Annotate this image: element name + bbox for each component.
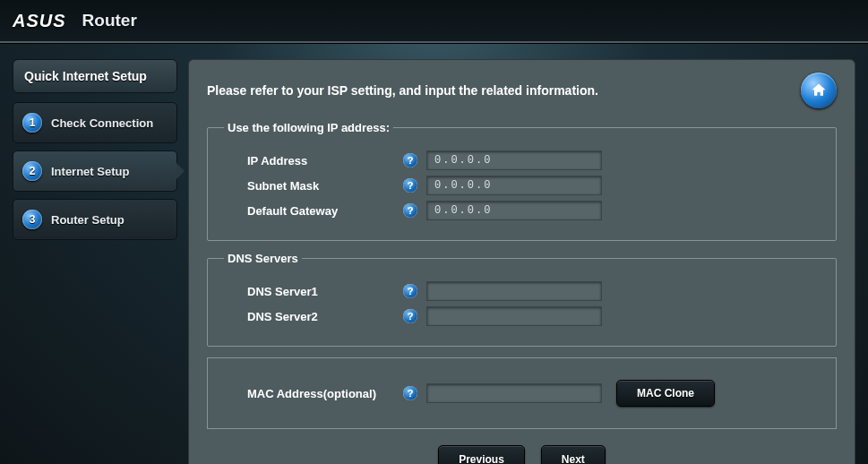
label-dns-server2: DNS Server2 [224, 310, 403, 323]
fieldset-ip-address: Use the following IP address: IP Address… [207, 121, 837, 241]
help-icon[interactable]: ? [403, 386, 417, 400]
panel-title: Please refer to your ISP setting, and in… [207, 83, 598, 98]
content-panel: Please refer to your ISP setting, and in… [188, 59, 855, 464]
help-icon[interactable]: ? [403, 309, 417, 323]
sidebar: Quick Internet Setup 1 Check Connection … [13, 59, 177, 464]
fieldset-dns-servers: DNS Servers DNS Server1 ? DNS Server2 ? [207, 252, 837, 347]
help-icon[interactable]: ? [403, 203, 417, 218]
label-dns-server1: DNS Server1 [224, 285, 403, 298]
mac-clone-button[interactable]: MAC Clone [616, 380, 715, 407]
input-mac-address[interactable] [426, 383, 602, 403]
label-default-gateway: Default Gateway [224, 204, 403, 218]
help-icon[interactable]: ? [403, 284, 417, 298]
help-icon[interactable]: ? [403, 178, 417, 193]
input-subnet-mask[interactable] [426, 176, 602, 195]
step-number-icon: 2 [22, 161, 42, 181]
input-ip-address[interactable] [426, 150, 602, 170]
input-dns-server2[interactable] [426, 306, 602, 326]
top-bar: ASUS Router [0, 0, 868, 41]
previous-button[interactable]: Previous [438, 445, 525, 464]
label-subnet-mask: Subnet Mask [224, 179, 403, 193]
home-button[interactable] [801, 73, 837, 108]
label-mac-address: MAC Address(optional) [224, 387, 403, 400]
input-default-gateway[interactable] [426, 201, 602, 220]
step-label: Internet Setup [51, 165, 129, 178]
fieldset-mac-address: MAC Address(optional) ? MAC Clone [207, 357, 837, 429]
brand-title: Router [82, 11, 137, 30]
fieldset-ip-legend: Use the following IP address: [224, 121, 393, 134]
input-dns-server1[interactable] [426, 281, 602, 301]
sidebar-step-check-connection[interactable]: 1 Check Connection [13, 102, 177, 143]
step-label: Router Setup [51, 213, 125, 227]
home-icon [810, 82, 828, 99]
step-label: Check Connection [51, 116, 153, 130]
brand-logo: ASUS [13, 11, 66, 31]
sidebar-header: Quick Internet Setup [13, 59, 177, 93]
fieldset-dns-legend: DNS Servers [224, 252, 302, 265]
label-ip-address: IP Address [224, 154, 403, 168]
step-number-icon: 3 [22, 210, 42, 229]
sidebar-step-internet-setup[interactable]: 2 Internet Setup [13, 150, 177, 192]
help-icon[interactable]: ? [403, 153, 417, 168]
sidebar-step-router-setup[interactable]: 3 Router Setup [13, 199, 177, 240]
step-number-icon: 1 [22, 113, 42, 133]
next-button[interactable]: Next [541, 445, 606, 464]
